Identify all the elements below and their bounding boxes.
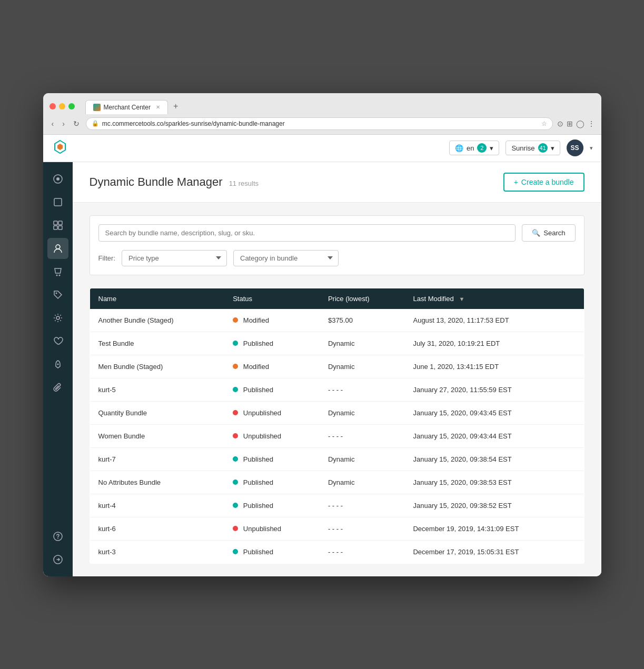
forward-button[interactable]: › bbox=[60, 118, 67, 129]
svg-rect-5 bbox=[54, 221, 57, 225]
table-row[interactable]: Men Bundle (Staged) Modified Dynamic Jun… bbox=[90, 355, 584, 378]
ct-logo bbox=[52, 139, 68, 156]
cell-name: kurt-5 bbox=[90, 378, 224, 401]
col-last-modified[interactable]: Last Modified ▼ bbox=[404, 288, 584, 309]
close-button[interactable] bbox=[49, 103, 56, 109]
sidebar-item-launch[interactable] bbox=[47, 354, 68, 375]
sidebar-item-wishlist[interactable] bbox=[47, 331, 68, 352]
project-chevron-icon: ▾ bbox=[551, 144, 554, 152]
minimize-button[interactable] bbox=[59, 103, 65, 109]
cell-last-modified: January 15, 2020, 09:38:52 EST bbox=[404, 494, 584, 517]
sidebar-item-categories[interactable] bbox=[47, 215, 68, 236]
fullscreen-button[interactable] bbox=[68, 103, 75, 109]
lock-icon: 🔒 bbox=[92, 120, 99, 127]
status-dot bbox=[233, 549, 238, 554]
locale-count: 2 bbox=[477, 143, 487, 153]
status-dot bbox=[233, 341, 238, 346]
table-row[interactable]: kurt-4 Published - - - - January 15, 202… bbox=[90, 494, 584, 517]
tab-close-icon[interactable]: ✕ bbox=[156, 104, 160, 110]
sidebar-item-customers[interactable] bbox=[47, 238, 68, 259]
refresh-button[interactable]: ↻ bbox=[71, 118, 82, 129]
sidebar-item-orders[interactable] bbox=[47, 261, 68, 282]
svg-marker-1 bbox=[57, 144, 63, 150]
category-filter[interactable]: Category in bundle bbox=[233, 250, 339, 266]
cell-name: Quantity Bundle bbox=[90, 401, 224, 424]
table-row[interactable]: Women Bundle Unpublished - - - - January… bbox=[90, 424, 584, 447]
status-label: Published bbox=[243, 548, 273, 556]
status-dot bbox=[233, 410, 238, 415]
locale-selector[interactable]: 🌐 en 2 ▾ bbox=[449, 141, 499, 155]
page-title: Dynamic Bundle Manager bbox=[90, 175, 223, 189]
cell-last-modified: December 17, 2019, 15:05:31 EST bbox=[404, 540, 584, 563]
status-label: Unpublished bbox=[243, 409, 281, 417]
cast-icon[interactable]: ⊙ bbox=[557, 119, 563, 128]
sidebar-item-attach[interactable] bbox=[47, 377, 68, 398]
cell-price: - - - - bbox=[320, 494, 405, 517]
svg-point-3 bbox=[56, 177, 60, 181]
cell-status: Unpublished bbox=[224, 401, 320, 424]
tab-favicon bbox=[93, 104, 101, 111]
cell-name: kurt-6 bbox=[90, 517, 224, 540]
status-dot bbox=[233, 456, 238, 462]
table-row[interactable]: kurt-7 Published Dynamic January 15, 202… bbox=[90, 447, 584, 471]
cell-name: kurt-7 bbox=[90, 447, 224, 471]
results-count: 11 results bbox=[229, 179, 259, 187]
menu-icon[interactable]: ⋮ bbox=[588, 119, 595, 128]
sidebar-item-tags[interactable] bbox=[47, 284, 68, 305]
status-label: Unpublished bbox=[243, 525, 281, 533]
sidebar bbox=[43, 162, 73, 576]
status-dot bbox=[233, 364, 238, 369]
search-input-wrap bbox=[98, 224, 516, 242]
address-bar[interactable]: 🔒 mc.commercetools.co/sparkles-sunrise/d… bbox=[86, 117, 553, 130]
svg-point-12 bbox=[55, 292, 57, 294]
svg-point-11 bbox=[58, 274, 60, 276]
cell-name: Another Bundle (Staged) bbox=[90, 309, 224, 332]
status-dot bbox=[233, 526, 238, 531]
extensions-icon[interactable]: ⊞ bbox=[567, 119, 573, 128]
price-type-filter[interactable]: Price type bbox=[122, 250, 227, 266]
cell-last-modified: January 15, 2020, 09:43:45 EST bbox=[404, 401, 584, 424]
avatar-chevron-icon[interactable]: ▾ bbox=[590, 145, 593, 152]
col-status: Status bbox=[224, 288, 320, 309]
back-button[interactable]: ‹ bbox=[49, 118, 56, 129]
table-row[interactable]: Another Bundle (Staged) Modified $375.00… bbox=[90, 309, 584, 332]
bookmark-icon[interactable]: ☆ bbox=[541, 120, 547, 127]
search-button[interactable]: 🔍 Search bbox=[522, 224, 575, 242]
cell-status: Published bbox=[224, 332, 320, 355]
table-row[interactable]: Test Bundle Published Dynamic July 31, 2… bbox=[90, 332, 584, 355]
svg-point-14 bbox=[57, 363, 58, 365]
table-row[interactable]: No Attributes Bundle Published Dynamic J… bbox=[90, 471, 584, 494]
user-avatar[interactable]: SS bbox=[567, 139, 583, 156]
sidebar-item-settings[interactable] bbox=[47, 307, 68, 328]
svg-rect-7 bbox=[54, 226, 57, 229]
table-row[interactable]: kurt-3 Published - - - - December 17, 20… bbox=[90, 540, 584, 563]
cell-name: kurt-4 bbox=[90, 494, 224, 517]
search-input[interactable] bbox=[105, 225, 509, 241]
status-dot bbox=[233, 480, 238, 485]
cell-last-modified: January 15, 2020, 09:38:53 EST bbox=[404, 471, 584, 494]
create-bundle-button[interactable]: + Create a bundle bbox=[503, 173, 584, 192]
table-row[interactable]: Quantity Bundle Unpublished Dynamic Janu… bbox=[90, 401, 584, 424]
sidebar-item-navigate[interactable] bbox=[47, 549, 68, 570]
profile-icon[interactable]: ◯ bbox=[576, 119, 584, 128]
project-selector[interactable]: Sunrise 41 ▾ bbox=[506, 141, 560, 155]
cell-name: No Attributes Bundle bbox=[90, 471, 224, 494]
bundles-table: Name Status Price (lowest) Last Modified bbox=[90, 288, 584, 564]
sidebar-item-products[interactable] bbox=[47, 192, 68, 213]
svg-rect-6 bbox=[58, 221, 62, 225]
cell-last-modified: July 31, 2020, 10:19:21 EDT bbox=[404, 332, 584, 355]
tab-bar: Merchant Center ✕ + bbox=[85, 98, 184, 114]
cell-name: Men Bundle (Staged) bbox=[90, 355, 224, 378]
sidebar-item-dashboard[interactable] bbox=[47, 168, 68, 189]
sidebar-item-help[interactable] bbox=[47, 526, 68, 547]
status-label: Published bbox=[243, 340, 273, 347]
table-row[interactable]: kurt-6 Unpublished - - - - December 19, … bbox=[90, 517, 584, 540]
new-tab-button[interactable]: + bbox=[168, 98, 183, 114]
svg-point-13 bbox=[56, 316, 60, 319]
search-section: 🔍 Search Filter: Price type Category in … bbox=[90, 215, 584, 275]
table-row[interactable]: kurt-5 Published - - - - January 27, 202… bbox=[90, 378, 584, 401]
active-tab[interactable]: Merchant Center ✕ bbox=[85, 100, 168, 114]
cell-name: kurt-3 bbox=[90, 540, 224, 563]
svg-point-10 bbox=[56, 274, 57, 276]
cell-status: Published bbox=[224, 471, 320, 494]
